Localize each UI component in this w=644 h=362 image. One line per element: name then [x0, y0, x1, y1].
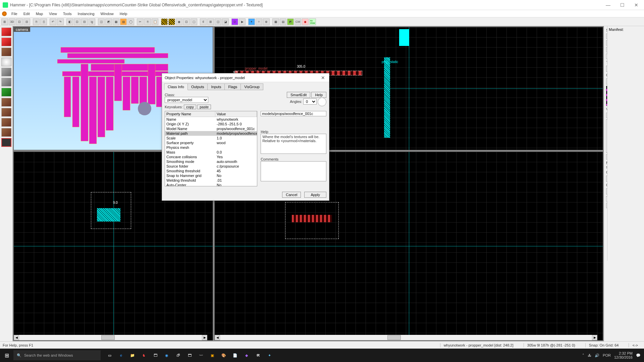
viewport-front-scrollbar[interactable]: ◀▶	[14, 335, 207, 340]
tool-ig[interactable]: ig	[89, 18, 95, 25]
property-row[interactable]: Material pathmodels/props/woodfence_001c	[165, 131, 257, 136]
property-table[interactable]: Property Name Value NamewhyunotworkOrigi…	[165, 111, 257, 186]
task-app2-icon[interactable]: 🗔	[150, 350, 161, 361]
maximize-button[interactable]: ☐	[617, 2, 627, 8]
tool-redo[interactable]: ↷	[57, 18, 64, 25]
task-app6-icon[interactable]: ▣	[207, 350, 218, 361]
task-app10-icon[interactable]: 🛠	[252, 350, 264, 361]
tool-cordon[interactable]: ▧	[120, 18, 127, 25]
angles-select[interactable]: 0	[303, 99, 317, 105]
tool-radius[interactable]: ◯	[127, 18, 134, 25]
tool-align[interactable]: ⊞	[207, 18, 214, 25]
tool-dx[interactable]: D	[231, 18, 238, 25]
menu-window[interactable]: Window	[98, 11, 116, 16]
menu-file[interactable]: File	[9, 11, 20, 16]
tool-tex-lock[interactable]: ◉	[176, 18, 182, 25]
tool-run[interactable]: ▶	[239, 18, 246, 25]
property-row[interactable]: Mass0.0	[165, 150, 257, 155]
angles-compass[interactable]	[318, 98, 326, 106]
property-row[interactable]: Origin (X Y Z)-280.5 -251.5 0	[165, 122, 257, 126]
tool-snap[interactable]: ⊡	[16, 18, 23, 25]
menu-view[interactable]: View	[46, 11, 60, 16]
tab-inputs[interactable]: Inputs	[207, 83, 225, 90]
tool-undo[interactable]: ↶	[50, 18, 56, 25]
task-app7-icon[interactable]: 🎨	[218, 350, 229, 361]
tool-clip[interactable]	[1, 118, 11, 127]
tool-collision[interactable]: ◩	[287, 18, 294, 25]
tab-visgroup[interactable]: VisGroup	[240, 83, 263, 90]
class-select[interactable]: propper_model	[165, 97, 208, 103]
menu-help[interactable]: Help	[117, 11, 130, 16]
kv-copy-button[interactable]: copy	[184, 105, 196, 109]
tool-hide[interactable]: ◫	[98, 18, 105, 25]
smartedit-button[interactable]: SmartEdit	[287, 92, 310, 98]
task-hammer-icon[interactable]: ✦	[264, 350, 275, 361]
tool-decal[interactable]	[1, 98, 11, 107]
tray-up-icon[interactable]: ˄	[582, 353, 584, 358]
tool-path[interactable]	[1, 138, 11, 147]
menu-edit[interactable]: Edit	[21, 11, 33, 16]
tool-overlay[interactable]	[1, 108, 11, 117]
task-edge-icon[interactable]: e	[115, 350, 127, 361]
task-steam-icon[interactable]: ◉	[161, 350, 172, 361]
tab-classinfo[interactable]: Class Info	[164, 83, 188, 90]
property-row[interactable]: Scale1.0	[165, 136, 257, 140]
tool-show[interactable]: ◩	[105, 18, 112, 25]
property-row[interactable]: Surface propertywood	[165, 140, 257, 145]
tool-selection[interactable]	[1, 27, 11, 36]
property-row[interactable]: Snap to Hammer gridNo	[165, 173, 257, 178]
tool-block[interactable]	[1, 68, 11, 76]
tray-volume-icon[interactable]: 🔊	[595, 353, 599, 358]
dialog-titlebar[interactable]: Object Properties: whyunotwork - propper…	[162, 73, 329, 82]
tool-save[interactable]: ⎙	[40, 18, 47, 25]
tool-grid2[interactable]: ⊟	[23, 18, 30, 25]
close-button[interactable]: ✕	[631, 2, 641, 8]
tool-grid[interactable]: ⊞	[1, 18, 8, 25]
property-row[interactable]: Physics mesh	[165, 145, 257, 150]
tool-vertex[interactable]	[1, 128, 11, 137]
tool-cordon2[interactable]	[161, 18, 168, 25]
viewport-side-scrollbar[interactable]: ◀▶	[215, 335, 597, 340]
property-row[interactable]: Auto-CenterNo	[165, 183, 257, 186]
dialog-close-icon[interactable]: ✕	[320, 75, 326, 80]
property-row[interactable]: Namewhyunotwork	[165, 117, 257, 122]
tray-lang[interactable]: POR	[603, 353, 611, 357]
tool-cordon3[interactable]	[168, 18, 175, 25]
tool-cm[interactable]: CM	[294, 18, 301, 25]
property-row[interactable]: Source folderc:/propsource	[165, 164, 257, 169]
task-view-icon[interactable]: ▭	[104, 350, 115, 361]
tool-helper3[interactable]: ⊕	[263, 18, 270, 25]
tool-models[interactable]: ▦	[272, 18, 279, 25]
tool-carve[interactable]: ◧	[66, 18, 73, 25]
menu-tools[interactable]: Tools	[60, 11, 74, 16]
task-app3-icon[interactable]: 🗗	[172, 350, 184, 361]
tool-disp[interactable]: ◫	[215, 18, 221, 25]
tray-clock[interactable]: 2:32 PM 12/30/2016	[614, 351, 633, 359]
property-row[interactable]: Model Nameprops/woodfence_001c	[165, 126, 257, 131]
task-explorer-icon[interactable]: 📁	[127, 350, 138, 361]
comments-box[interactable]	[261, 161, 326, 181]
help-button[interactable]: Help	[311, 92, 326, 98]
tool-texture[interactable]	[1, 78, 11, 86]
tab-flags[interactable]: Flags	[224, 83, 241, 90]
cancel-button[interactable]: Cancel	[282, 192, 301, 198]
tool-copy[interactable]: ⎘	[144, 18, 151, 25]
start-button[interactable]: ⊞	[0, 349, 13, 362]
menu-map[interactable]: Map	[33, 11, 46, 16]
tray-notifications-icon[interactable]: 💬	[636, 353, 641, 358]
apply-button[interactable]: Apply	[304, 192, 326, 198]
tool-helper1[interactable]: ✦	[248, 18, 255, 25]
property-row[interactable]: Concave collisionsYes	[165, 155, 257, 159]
task-app4-icon[interactable]: 🗖	[184, 350, 195, 361]
tab-outputs[interactable]: Outputs	[187, 83, 208, 90]
task-app5-icon[interactable]: 〰	[195, 350, 207, 361]
taskbar-search[interactable]: 🔍 Search the web and Windows	[13, 350, 101, 360]
tool-helper2[interactable]: ✧	[256, 18, 262, 25]
tool-camera[interactable]	[1, 48, 11, 56]
tool-cordonsel[interactable]: ▦	[113, 18, 119, 25]
tool-nodraw[interactable]: nodraw	[309, 18, 316, 25]
task-app8-icon[interactable]: 📄	[229, 350, 241, 361]
tool-sel[interactable]: ▢	[191, 18, 197, 25]
tray-network-icon[interactable]: 🖧	[588, 353, 591, 357]
tool-fade[interactable]: ▤	[280, 18, 286, 25]
